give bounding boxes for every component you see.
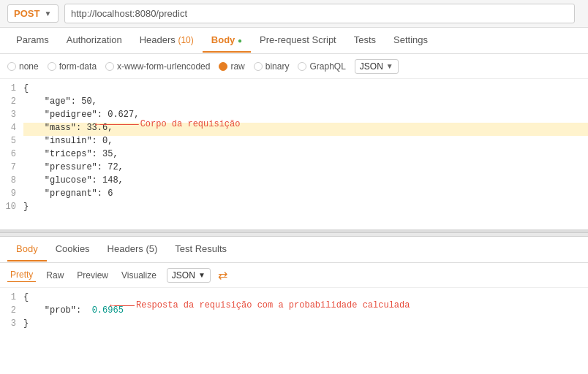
option-raw[interactable]: raw	[219, 61, 244, 72]
resp-tab-headers[interactable]: Headers (5)	[99, 237, 167, 262]
main-tabs: Params Authorization Headers (10) Body ●…	[0, 28, 588, 54]
tab-params[interactable]: Params	[7, 28, 58, 53]
top-bar: POST ▼	[0, 0, 588, 28]
resp-format-arrow: ▼	[198, 271, 206, 279]
option-binary[interactable]: binary	[254, 61, 290, 72]
editor-line: 4 "mass": 33.6,	[0, 123, 588, 136]
request-body-editor[interactable]: 1{2 "age": 50,3 "pedigree": 0.627,4 "mas…	[0, 79, 588, 232]
resp-editor-line: 3}	[0, 318, 588, 332]
editor-line: 1{	[0, 83, 588, 96]
line-number: 6	[0, 149, 23, 162]
editor-line: 10}	[0, 202, 588, 215]
resp-format-label: JSON	[172, 270, 195, 280]
tab-body[interactable]: Body ●	[203, 28, 251, 53]
line-content: "insulin": 0,	[23, 136, 588, 149]
line-number: 2	[0, 305, 23, 318]
resp-btn-preview[interactable]: Preview	[74, 269, 111, 282]
resp-btn-raw[interactable]: Raw	[43, 269, 67, 282]
line-number: 5	[0, 136, 23, 149]
resp-btn-visualize[interactable]: Visualize	[118, 269, 159, 282]
response-tabs: Body Cookies Headers (5) Test Results	[0, 237, 588, 263]
response-subtabs: Pretty Raw Preview Visualize JSON ▼ ⇄	[0, 263, 588, 288]
line-number: 3	[0, 110, 23, 123]
editor-line: 5 "insulin": 0,	[0, 136, 588, 149]
format-label: JSON	[360, 61, 383, 72]
option-graphql[interactable]: GraphQL	[298, 61, 345, 72]
line-content: "pressure": 72,	[23, 162, 588, 175]
wrap-icon[interactable]: ⇄	[218, 268, 227, 282]
radio-none	[7, 62, 16, 71]
tab-headers[interactable]: Headers (10)	[131, 28, 203, 53]
tab-settings[interactable]: Settings	[385, 28, 437, 53]
line-number: 10	[0, 202, 23, 215]
line-number: 1	[0, 83, 23, 96]
editor-line: 6 "triceps": 35,	[0, 149, 588, 162]
line-number: 7	[0, 162, 23, 175]
annotation-text: Corpo da requisição	[140, 119, 241, 129]
method-label: POST	[14, 8, 39, 19]
editor-line: 8 "glucose": 148,	[0, 175, 588, 188]
line-content: {	[23, 83, 588, 96]
line-content: "glucose": 148,	[23, 175, 588, 188]
url-input[interactable]	[64, 4, 575, 23]
body-dot: ●	[238, 37, 242, 45]
line-number: 4	[0, 123, 23, 136]
resp-annotation-text: Resposta da requisição com a probabilida…	[136, 300, 410, 310]
radio-urlencoded	[105, 62, 114, 71]
response-annotation: ←———— Resposta da requisição com a proba…	[110, 299, 410, 311]
headers-badge: (10)	[178, 35, 193, 45]
editor-line: 2 "age": 50,	[0, 96, 588, 110]
line-number: 3	[0, 318, 23, 332]
line-number: 2	[0, 96, 23, 110]
body-subtabs: none form-data x-www-form-urlencoded raw…	[0, 54, 588, 79]
line-content: }	[23, 202, 588, 215]
line-number: 8	[0, 175, 23, 188]
editor-line: 9 "pregnant": 6	[0, 188, 588, 202]
tab-authorization[interactable]: Authorization	[58, 28, 131, 53]
option-form-data[interactable]: form-data	[48, 61, 97, 72]
format-dropdown[interactable]: JSON ▼	[355, 59, 399, 74]
response-editor[interactable]: 1{2 "prob": 0.69653} ←———— Resposta da r…	[0, 288, 588, 354]
line-content: "triceps": 35,	[23, 149, 588, 162]
format-arrow: ▼	[386, 62, 393, 70]
editor-line: 7 "pressure": 72,	[0, 162, 588, 175]
request-annotation: ←———————— Corpo da requisição	[95, 118, 240, 130]
resp-code-lines: 1{2 "prob": 0.69653}	[0, 292, 588, 332]
editor-line: 3 "pedigree": 0.627,	[0, 110, 588, 123]
radio-form-data	[48, 62, 56, 71]
resp-tab-test-results[interactable]: Test Results	[166, 237, 235, 262]
line-number: 1	[0, 292, 23, 305]
line-number: 9	[0, 188, 23, 202]
resp-format-dropdown[interactable]: JSON ▼	[167, 268, 211, 283]
option-none[interactable]: none	[7, 61, 39, 72]
radio-graphql	[298, 62, 306, 71]
line-content: }	[23, 318, 588, 332]
method-arrow: ▼	[44, 9, 51, 18]
tab-tests[interactable]: Tests	[345, 28, 385, 53]
method-selector[interactable]: POST ▼	[7, 4, 59, 23]
radio-binary	[254, 62, 263, 71]
resp-tab-body[interactable]: Body	[7, 237, 47, 262]
line-content: "age": 50,	[23, 96, 588, 110]
option-urlencoded[interactable]: x-www-form-urlencoded	[105, 61, 210, 72]
radio-raw	[219, 62, 227, 71]
tab-pre-request[interactable]: Pre-request Script	[251, 28, 345, 53]
resp-btn-pretty[interactable]: Pretty	[7, 268, 36, 282]
line-content: "pregnant": 6	[23, 188, 588, 202]
resp-tab-cookies[interactable]: Cookies	[47, 237, 99, 262]
code-lines: 1{2 "age": 50,3 "pedigree": 0.627,4 "mas…	[0, 83, 588, 215]
